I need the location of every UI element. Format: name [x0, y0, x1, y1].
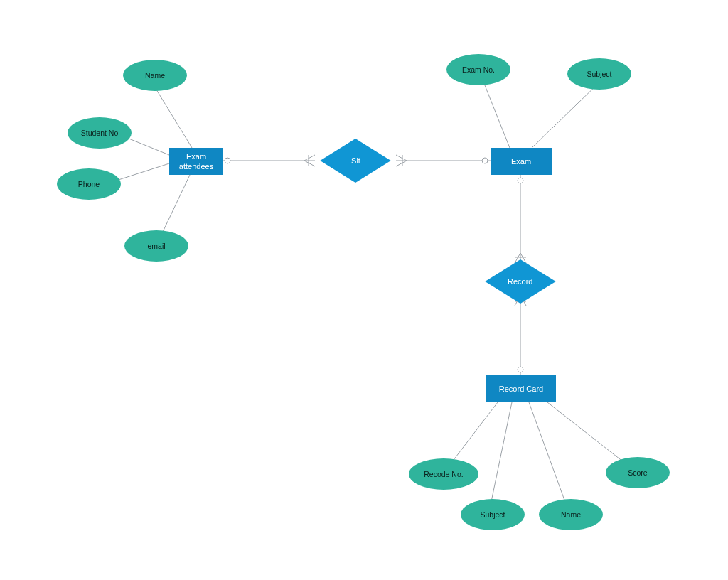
attr-student-no: Student No — [68, 117, 132, 149]
svg-line-8 — [482, 78, 510, 148]
svg-line-15 — [489, 402, 512, 512]
attr-rc-name: Name — [539, 499, 603, 530]
svg-point-11 — [518, 178, 523, 183]
attr-score: Score — [606, 457, 670, 488]
svg-line-0 — [153, 84, 192, 148]
entity-exam-attendees: Exam attendees — [169, 148, 223, 175]
svg-point-13 — [518, 367, 523, 372]
attr-phone: Phone — [57, 168, 121, 200]
attr-subject: Subject — [567, 58, 631, 90]
attr-exam-no: Exam No. — [446, 54, 510, 85]
entity-record-card: Record Card — [486, 375, 556, 402]
attr-name: Name — [123, 60, 187, 91]
entity-exam: Exam — [491, 148, 552, 175]
attr-email: email — [124, 230, 188, 262]
attr-rc-subject: Subject — [461, 499, 525, 530]
svg-line-9 — [532, 82, 599, 148]
svg-point-5 — [225, 158, 230, 163]
svg-point-7 — [482, 158, 488, 163]
svg-line-16 — [529, 402, 569, 512]
attr-recode-no: Recode No. — [409, 458, 478, 490]
er-connectors — [0, 0, 728, 580]
